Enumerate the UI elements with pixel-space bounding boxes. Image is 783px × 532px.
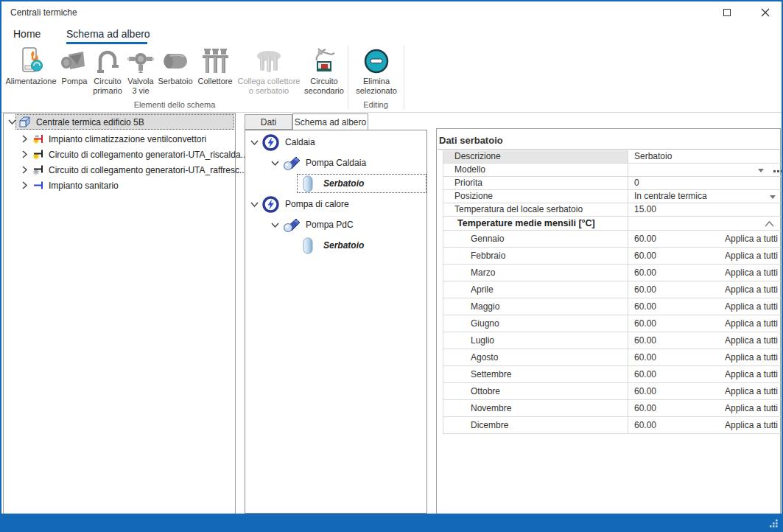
schema-row-pompa-di-calore[interactable]: Pompa di calore — [245, 194, 426, 214]
elimina-selezionato-button[interactable]: Elimina selezionato — [351, 46, 402, 96]
month-label: Febbraio — [443, 248, 628, 264]
circuito-secondario-label: Circuito secondario — [302, 77, 346, 96]
collapse-chevron-up-icon[interactable] — [764, 220, 775, 228]
chevron-right-icon[interactable] — [20, 150, 29, 159]
chevron-down-icon[interactable] — [270, 158, 280, 168]
schema-row-pompa-pdc[interactable]: Pompa PdC — [245, 214, 426, 235]
month-value-field[interactable]: 60.00 — [628, 298, 724, 315]
schema-row-caldaia[interactable]: Caldaia — [245, 132, 426, 153]
valvola-3-vie-button[interactable]: Valvola 3 vie — [126, 46, 155, 96]
ribbon-tab-home[interactable]: Home — [13, 28, 41, 40]
tree-row-impianto-sanitario[interactable]: Impianto sanitario — [4, 178, 235, 193]
tree-row-circuito-riscaldamento[interactable]: Circuito di collegamento generatori-UTA_… — [4, 147, 235, 162]
tank-icon — [160, 49, 191, 73]
pompa-button[interactable]: Pompa — [60, 46, 89, 86]
month-row-aprile: Aprile 60.00 Applica a tutti — [443, 281, 781, 298]
schema-row-serbatoio-2[interactable]: Serbatoio — [245, 235, 426, 256]
sanitary-circuit-icon — [32, 179, 45, 192]
tree-row-centrale-termica[interactable]: Centrale termica edificio 5B — [4, 114, 235, 130]
month-label: Giugno — [443, 315, 628, 332]
month-value-field[interactable]: 60.00 — [628, 383, 724, 399]
title-divider — [438, 149, 779, 150]
apply-all-button[interactable]: Applica a tutti — [725, 400, 778, 416]
month-row-giugno: Giugno 60.00 Applica a tutti — [443, 315, 781, 332]
month-row-novembre: Novembre 60.00 Applica a tutti — [443, 400, 781, 417]
month-row-luglio: Luglio 60.00 Applica a tutti — [443, 332, 781, 349]
schema-row-serbatoio-1[interactable]: Serbatoio — [245, 173, 426, 194]
chevron-down-icon[interactable] — [270, 220, 280, 230]
primary-pipe-icon — [94, 48, 121, 74]
month-value-field[interactable]: 60.00 — [628, 400, 724, 416]
apply-all-button[interactable]: Applica a tutti — [725, 366, 778, 382]
schema-label: Pompa Caldaia — [306, 158, 366, 168]
close-button[interactable] — [751, 3, 780, 22]
property-row-temperatura-locale: Temperatura del locale serbatoio 15.00 — [443, 203, 781, 217]
tab-schema-ad-albero[interactable]: Schema ad albero — [292, 113, 368, 130]
posizione-field[interactable]: In centrale termica — [628, 190, 781, 203]
month-value-field[interactable]: 60.00 — [628, 265, 724, 281]
month-value-field[interactable]: 60.00 — [628, 281, 724, 298]
schema-row-pompa-caldaia[interactable]: Pompa Caldaia — [245, 153, 426, 173]
chevron-down-icon[interactable] — [250, 200, 259, 209]
priorita-field[interactable]: 0 — [628, 177, 781, 189]
alimentazione-button[interactable]: Alimentazione — [3, 46, 59, 86]
ribbon: Alimentazione Pompa Circuito primario — [1, 44, 782, 113]
tab-dati-generali[interactable]: Dati generali — [245, 114, 292, 130]
chevron-right-icon[interactable] — [20, 134, 29, 144]
month-row-marzo: Marzo 60.00 Applica a tutti — [443, 265, 781, 281]
month-value-field[interactable]: 60.00 — [628, 248, 724, 264]
tree-row-circuito-raffrescamento[interactable]: Circuito di collegamento generatori-UTA_… — [4, 162, 235, 178]
circuito-primario-button[interactable]: Circuito primario — [89, 46, 126, 96]
collettore-label: Collettore — [195, 77, 235, 86]
modello-ellipsis-icon[interactable] — [773, 170, 776, 172]
generator-icon — [261, 195, 280, 214]
ribbon-tab-schema-ad-albero[interactable]: Schema ad albero — [66, 28, 150, 40]
property-label: Descrizione — [443, 150, 628, 163]
month-value-field[interactable]: 60.00 — [628, 315, 724, 332]
collettore-button[interactable]: Collettore — [195, 46, 235, 86]
apply-all-button[interactable]: Applica a tutti — [725, 332, 778, 349]
apply-all-button[interactable]: Applica a tutti — [725, 281, 778, 298]
properties-panel: Dati serbatoio Descrizione Serbatoio Mod… — [436, 128, 781, 514]
resize-grip-icon[interactable] — [769, 519, 779, 528]
month-label: Dicembre — [443, 417, 628, 433]
apply-all-button[interactable]: Applica a tutti — [725, 349, 778, 365]
serbatoio-button[interactable]: Serbatoio — [155, 46, 195, 86]
apply-all-button[interactable]: Applica a tutti — [725, 248, 778, 264]
posizione-dropdown-icon[interactable] — [770, 195, 776, 199]
plant-building-icon — [18, 116, 31, 128]
month-value-field[interactable]: 60.00 — [628, 349, 724, 365]
apply-all-button[interactable]: Applica a tutti — [725, 298, 778, 315]
apply-all-button[interactable]: Applica a tutti — [725, 231, 778, 247]
schema-label: Pompa di calore — [285, 199, 349, 209]
circuito-secondario-button[interactable]: Circuito secondario — [302, 46, 346, 96]
temperatura-locale-field[interactable]: 15.00 — [628, 203, 781, 216]
schema-label: Serbatoio — [323, 240, 364, 251]
month-value-field[interactable]: 60.00 — [628, 231, 724, 247]
pompa-label: Pompa — [60, 77, 89, 86]
apply-all-button[interactable]: Applica a tutti — [725, 383, 778, 399]
maximize-button[interactable] — [712, 3, 742, 22]
descrizione-field[interactable]: Serbatoio — [628, 150, 781, 163]
valvola-3-vie-label: Valvola 3 vie — [126, 77, 155, 96]
month-row-gennaio: Gennaio 60.00 Applica a tutti — [443, 231, 781, 248]
month-label: Maggio — [443, 298, 628, 315]
tree-row-impianto-climatizzazione[interactable]: Impianto climatizzazione ventilconvettor… — [4, 131, 235, 147]
modello-dropdown-icon[interactable] — [758, 169, 764, 172]
chevron-right-icon[interactable] — [20, 165, 29, 175]
elimina-selezionato-label: Elimina selezionato — [351, 77, 402, 96]
month-value-field[interactable]: 60.00 — [628, 366, 724, 382]
chevron-down-icon[interactable] — [7, 117, 17, 127]
month-row-febbraio: Febbraio 60.00 Applica a tutti — [443, 248, 781, 265]
chevron-down-icon[interactable] — [250, 138, 259, 147]
month-row-agosto: Agosto 60.00 Applica a tutti — [443, 349, 781, 366]
chevron-right-icon[interactable] — [20, 181, 29, 190]
month-value-field[interactable]: 60.00 — [628, 332, 724, 349]
pump-icon — [60, 49, 89, 74]
apply-all-button[interactable]: Applica a tutti — [725, 417, 778, 433]
month-value-field[interactable]: 60.00 — [628, 417, 724, 433]
apply-all-button[interactable]: Applica a tutti — [725, 315, 778, 332]
property-row-descrizione: Descrizione Serbatoio — [443, 150, 781, 164]
serbatoio-ribbon-label: Serbatoio — [155, 77, 195, 86]
apply-all-button[interactable]: Applica a tutti — [725, 265, 778, 281]
